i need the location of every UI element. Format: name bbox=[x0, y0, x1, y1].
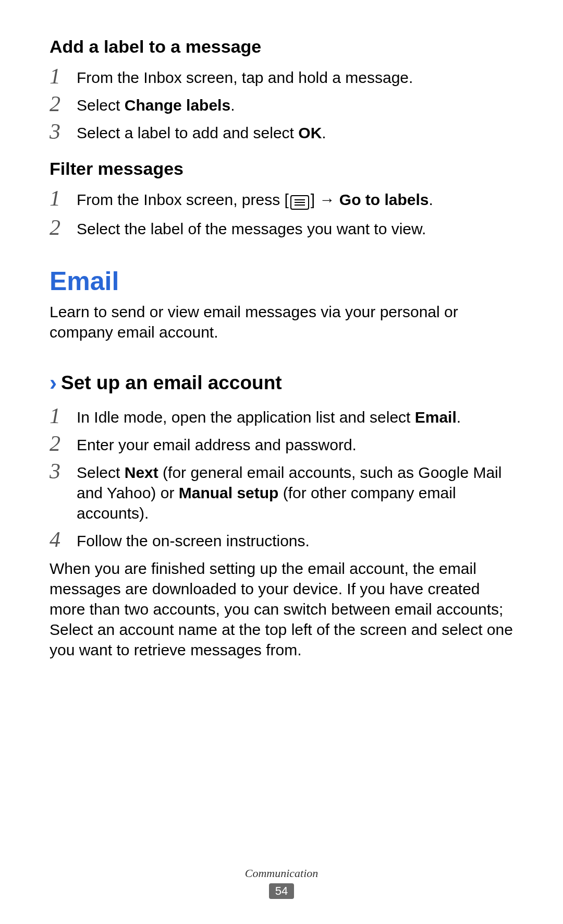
step-number: 2 bbox=[50, 92, 77, 115]
step-number: 4 bbox=[50, 527, 77, 550]
chevron-icon: › bbox=[50, 370, 57, 395]
page-number: 54 bbox=[269, 883, 294, 899]
title-email: Email bbox=[50, 266, 513, 296]
step-number: 2 bbox=[50, 215, 77, 238]
step-row: 4 Follow the on-screen instructions. bbox=[50, 527, 513, 551]
page-footer: Communication 54 bbox=[0, 867, 563, 899]
step-row: 3 Select Next (for general email account… bbox=[50, 459, 513, 523]
step-row: 2 Select Change labels. bbox=[50, 92, 513, 115]
step-text: Follow the on-screen instructions. bbox=[77, 527, 310, 551]
heading-add-label: Add a label to a message bbox=[50, 37, 513, 57]
step-suffix: ] → Go to labels. bbox=[311, 191, 433, 208]
closing-text: When you are finished setting up the ema… bbox=[50, 558, 513, 660]
step-number: 1 bbox=[50, 64, 77, 87]
heading-filter: Filter messages bbox=[50, 159, 513, 179]
step-number: 3 bbox=[50, 459, 77, 482]
step-row: 1 From the Inbox screen, press [] → Go t… bbox=[50, 186, 513, 211]
subheading-setup: › Set up an email account bbox=[50, 370, 513, 395]
step-number: 2 bbox=[50, 431, 77, 454]
step-text: Enter your email address and password. bbox=[77, 431, 357, 455]
step-number: 1 bbox=[50, 404, 77, 427]
step-row: 1 In Idle mode, open the application lis… bbox=[50, 404, 513, 427]
step-row: 3 Select a label to add and select OK. bbox=[50, 119, 513, 143]
intro-text: Learn to send or view email messages via… bbox=[50, 302, 513, 342]
menu-icon bbox=[290, 191, 309, 211]
step-text: Select Change labels. bbox=[77, 92, 235, 115]
footer-section: Communication bbox=[0, 867, 563, 880]
step-row: 1 From the Inbox screen, tap and hold a … bbox=[50, 64, 513, 88]
step-text: Select a label to add and select OK. bbox=[77, 119, 326, 143]
step-number: 1 bbox=[50, 186, 77, 209]
step-text: Select the label of the messages you wan… bbox=[77, 215, 426, 239]
step-text: Select Next (for general email accounts,… bbox=[77, 459, 513, 523]
step-prefix: From the Inbox screen, press [ bbox=[77, 191, 289, 208]
step-row: 2 Select the label of the messages you w… bbox=[50, 215, 513, 239]
step-text: In Idle mode, open the application list … bbox=[77, 404, 461, 427]
step-text: From the Inbox screen, press [] → Go to … bbox=[77, 186, 433, 211]
step-row: 2 Enter your email address and password. bbox=[50, 431, 513, 455]
step-text: From the Inbox screen, tap and hold a me… bbox=[77, 64, 413, 88]
subheading-text: Set up an email account bbox=[61, 372, 282, 394]
step-number: 3 bbox=[50, 119, 77, 142]
